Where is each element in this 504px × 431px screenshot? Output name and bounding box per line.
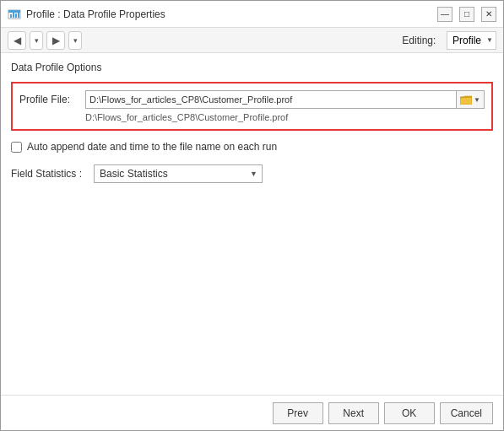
field-statistics-select[interactable]: Basic Statistics Full Statistics No Stat… [94, 164, 263, 183]
editing-dropdown[interactable]: Profile [447, 31, 496, 50]
toolbar: ◀ ▾ ▶ ▾ Editing: Profile [1, 28, 503, 53]
profile-file-input[interactable] [85, 90, 457, 109]
svg-rect-2 [10, 14, 12, 18]
profile-file-row: Profile File: ▼ [19, 90, 485, 109]
field-statistics-row: Field Statistics : Basic Statistics Full… [11, 164, 493, 183]
ok-button[interactable]: OK [384, 402, 435, 424]
editing-dropdown-wrap: Profile [447, 31, 496, 50]
window-title: Profile : Data Profile Properties [26, 8, 165, 20]
stats-select-wrap: Basic Statistics Full Statistics No Stat… [94, 164, 263, 183]
forward-dropdown[interactable]: ▾ [68, 31, 82, 50]
back-button[interactable]: ◀ [8, 31, 26, 50]
app-icon [8, 8, 21, 21]
next-button[interactable]: Next [328, 402, 379, 424]
title-bar-left: Profile : Data Profile Properties [8, 8, 165, 21]
svg-rect-3 [13, 13, 14, 18]
auto-append-label: Auto append date and time to the file na… [27, 141, 277, 153]
title-bar: Profile : Data Profile Properties — □ ✕ [1, 1, 503, 28]
profile-file-label: Profile File: [19, 94, 79, 105]
editing-label: Editing: [402, 35, 442, 46]
auto-append-checkbox[interactable] [11, 142, 22, 153]
window-controls: — □ ✕ [437, 7, 496, 22]
footer: Prev Next OK Cancel [1, 395, 503, 430]
nav-controls: ◀ ▾ ▶ ▾ [8, 31, 82, 50]
close-button[interactable]: ✕ [481, 7, 496, 22]
auto-append-row: Auto append date and time to the file na… [11, 141, 493, 153]
file-input-wrap: ▼ [85, 90, 485, 109]
content-area: Data Profile Options Profile File: ▼ D:\… [1, 53, 503, 395]
minimize-button[interactable]: — [437, 7, 453, 22]
maximize-button[interactable]: □ [459, 7, 474, 22]
dropdown-arrow-icon: ▼ [474, 96, 480, 104]
field-statistics-label: Field Statistics : [11, 168, 87, 180]
profile-file-secondary: D:\Flows_for_articles_CP8\Customer_Profi… [85, 112, 485, 122]
forward-button[interactable]: ▶ [46, 31, 65, 50]
cancel-button[interactable]: Cancel [440, 402, 493, 424]
file-browse-button[interactable]: ▼ [457, 90, 485, 109]
main-window: Profile : Data Profile Properties — □ ✕ … [0, 0, 504, 431]
profile-file-box: Profile File: ▼ D:\Flows_for_articles_CP… [11, 82, 493, 131]
back-dropdown[interactable]: ▾ [30, 31, 43, 50]
folder-icon [460, 94, 472, 105]
svg-rect-5 [18, 12, 19, 18]
editing-section: Editing: Profile [402, 31, 496, 50]
svg-rect-6 [460, 97, 472, 105]
section-title: Data Profile Options [11, 62, 493, 73]
prev-button[interactable]: Prev [273, 402, 323, 424]
svg-rect-4 [15, 13, 17, 18]
